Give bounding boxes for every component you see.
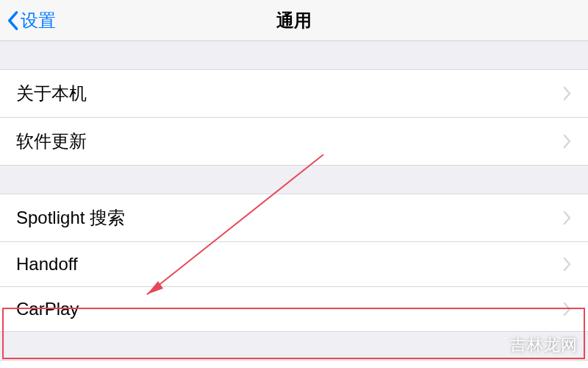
section-gap xyxy=(0,166,588,194)
chevron-right-icon xyxy=(563,86,572,101)
list-item-label: CarPlay xyxy=(16,299,79,319)
section-about: 关于本机 软件更新 xyxy=(0,69,588,166)
list-item-label: Handoff xyxy=(16,254,78,275)
back-label: 设置 xyxy=(21,9,56,32)
back-button[interactable]: 设置 xyxy=(0,9,56,32)
list-item-carplay[interactable]: CarPlay xyxy=(0,287,588,332)
page-title: 通用 xyxy=(276,9,312,32)
section-accessibility: 辅助功能 xyxy=(0,360,588,368)
chevron-right-icon xyxy=(563,302,572,316)
chevron-right-icon xyxy=(563,210,572,225)
chevron-left-icon xyxy=(6,10,19,31)
section-gap xyxy=(0,332,588,360)
section-gap xyxy=(0,41,588,69)
list-item-label: 关于本机 xyxy=(16,82,87,105)
list-item-handoff[interactable]: Handoff xyxy=(0,242,588,287)
list-item-label: 软件更新 xyxy=(16,130,87,153)
list-item-about[interactable]: 关于本机 xyxy=(0,69,588,118)
navigation-bar: 设置 通用 xyxy=(0,0,588,41)
list-item-accessibility[interactable]: 辅助功能 xyxy=(0,360,588,368)
section-features: Spotlight 搜索 Handoff CarPlay xyxy=(0,194,588,332)
chevron-right-icon xyxy=(563,257,572,272)
list-item-spotlight[interactable]: Spotlight 搜索 xyxy=(0,194,588,242)
watermark: 吉林龙网 xyxy=(510,334,578,356)
list-item-label: Spotlight 搜索 xyxy=(16,206,125,230)
chevron-right-icon xyxy=(563,134,572,149)
list-item-software-update[interactable]: 软件更新 xyxy=(0,118,588,166)
